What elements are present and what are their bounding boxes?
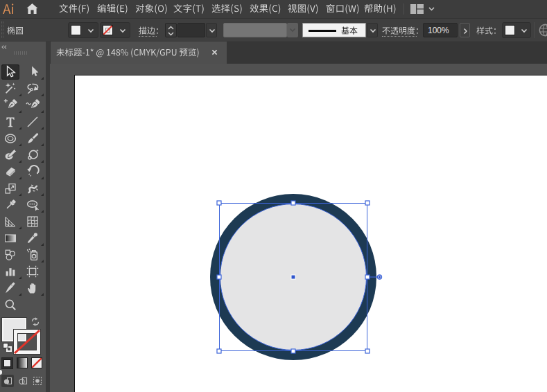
width-tool[interactable] <box>24 148 42 163</box>
rotate-tool[interactable] <box>24 164 42 179</box>
swap-fill-stroke-icon[interactable] <box>31 317 40 326</box>
stroke-chevron-icon[interactable] <box>119 28 126 33</box>
flyout-indicator <box>41 127 44 130</box>
opacity-value: 100% <box>428 26 449 35</box>
menu-item-help[interactable]: 帮助(H) <box>364 2 398 15</box>
menu-item-window[interactable]: 窗口(W) <box>326 2 361 15</box>
stroke-width-dropdown-button[interactable] <box>206 23 217 37</box>
eyedropper-tool[interactable] <box>24 231 42 246</box>
stroke-label-colon: ： <box>155 25 165 36</box>
selection-handles[interactable] <box>214 197 387 357</box>
curvature-tool[interactable] <box>24 98 42 113</box>
collapse-panel-icon[interactable] <box>1 45 7 49</box>
stroke-swatch[interactable] <box>103 25 113 35</box>
flyout-indicator <box>19 293 21 296</box>
symbol-sprayer-tool[interactable] <box>24 247 42 262</box>
magic-wand-tool[interactable] <box>1 81 19 96</box>
home-icon[interactable] <box>26 3 39 15</box>
zoom-tool[interactable] <box>1 297 19 312</box>
eraser-icon <box>3 165 17 179</box>
default-fill-stroke-icon[interactable] <box>3 343 12 352</box>
pin-tool[interactable] <box>1 197 19 213</box>
ellipse-tool[interactable] <box>1 131 19 146</box>
selection-tool[interactable] <box>1 64 19 80</box>
stroke-width-stepper[interactable] <box>165 23 177 37</box>
puppet-warp-tool[interactable] <box>24 181 42 196</box>
selection-icon <box>3 65 17 79</box>
flyout-indicator <box>41 260 44 262</box>
app-logo: Ai <box>3 0 16 18</box>
document-tab-title: 未标题-1* @ 148% (CMYK/GPU 预览) <box>56 46 201 58</box>
flyout-indicator <box>19 110 21 113</box>
stroke-width-input[interactable] <box>177 23 205 37</box>
chevron-down-icon <box>209 28 216 33</box>
line-segment-tool[interactable] <box>24 114 42 130</box>
shaper-tool[interactable] <box>1 148 19 163</box>
pen-tool[interactable] <box>1 98 19 113</box>
opacity-more-button[interactable] <box>460 23 470 37</box>
menu-item-select[interactable]: 选择(S) <box>211 2 244 15</box>
hand-tool[interactable] <box>24 280 42 296</box>
controlbar-separator <box>534 22 535 38</box>
flyout-indicator <box>41 177 44 179</box>
fill-chevron-icon[interactable] <box>87 28 94 33</box>
style-swatch[interactable] <box>505 25 515 35</box>
stroke-color-control[interactable] <box>14 330 40 354</box>
menu-item-file[interactable]: 文件(F) <box>59 2 92 15</box>
chevron-down-icon[interactable] <box>428 7 435 11</box>
panel-grip[interactable] <box>14 51 28 55</box>
paintbrush-tool[interactable] <box>24 131 42 146</box>
menubar-separator <box>403 3 404 15</box>
document-tab[interactable]: 未标题-1* @ 148% (CMYK/GPU 预览) <box>51 42 227 64</box>
symbol-sprayer-icon <box>26 248 40 262</box>
brush-stroke-preview <box>309 30 336 32</box>
menu-item-edit[interactable]: 编辑(E) <box>97 2 130 15</box>
flyout-indicator <box>41 110 44 113</box>
opacity-input[interactable]: 100% <box>423 23 458 37</box>
slice-tool[interactable] <box>1 280 19 296</box>
perspective-grid-tool[interactable] <box>1 214 19 229</box>
mesh-icon <box>26 215 40 229</box>
document-tab-strip: 未标题-1* @ 148% (CMYK/GPU 预览) <box>50 42 547 64</box>
opacity-label[interactable]: 不透明度 <box>382 25 417 36</box>
color-mode-button[interactable] <box>1 357 13 369</box>
menu-item-type[interactable]: 文字(T) <box>173 2 206 15</box>
ellipse-icon <box>3 132 17 145</box>
controlbar-grip[interactable] <box>1 21 3 38</box>
illustrator-window: Ai 文件(F) 编辑(E) 对象(O) 文字(T) 选择(S) 效果(C) 视… <box>0 0 547 392</box>
artboard-tool[interactable] <box>24 264 42 279</box>
draw-behind-button[interactable] <box>17 375 29 387</box>
stepper-arrows-icon <box>166 24 176 37</box>
eraser-tool[interactable] <box>1 164 19 179</box>
scale-tool[interactable] <box>1 181 19 196</box>
eyedropper-icon <box>26 231 40 245</box>
brush-definition-select[interactable] <box>302 23 366 37</box>
tab-close-button[interactable] <box>209 47 220 58</box>
fill-swatch[interactable] <box>71 25 81 35</box>
mesh-tool[interactable] <box>24 214 42 229</box>
blend-tool[interactable] <box>1 247 19 262</box>
type-tool[interactable] <box>1 114 19 130</box>
draw-normal-button[interactable] <box>1 375 14 387</box>
draw-behind-icon <box>18 376 28 386</box>
workspace-switcher-icon[interactable] <box>410 4 424 14</box>
shape-builder-icon <box>26 198 40 212</box>
flyout-indicator <box>19 127 21 130</box>
direct-selection-tool[interactable] <box>24 64 42 80</box>
zoom-icon <box>3 298 17 312</box>
none-slash-icon <box>103 25 113 35</box>
gradient-mode-button[interactable] <box>17 357 28 368</box>
style-chevron-icon[interactable] <box>521 28 528 33</box>
menu-item-object[interactable]: 对象(O) <box>135 2 169 15</box>
shape-builder-tool[interactable] <box>24 197 42 213</box>
brush-dropdown-button[interactable] <box>367 23 378 37</box>
menu-item-effect[interactable]: 效果(C) <box>250 2 283 15</box>
draw-inside-button[interactable] <box>31 375 44 387</box>
stroke-label[interactable]: 描边 <box>139 25 157 36</box>
globe-icon[interactable] <box>539 24 547 37</box>
none-mode-button[interactable] <box>31 357 42 368</box>
menu-item-view[interactable]: 视图(V) <box>288 2 320 15</box>
gradient-tool[interactable] <box>1 231 19 246</box>
column-graph-tool[interactable] <box>1 264 19 279</box>
lasso-tool[interactable] <box>24 81 42 96</box>
